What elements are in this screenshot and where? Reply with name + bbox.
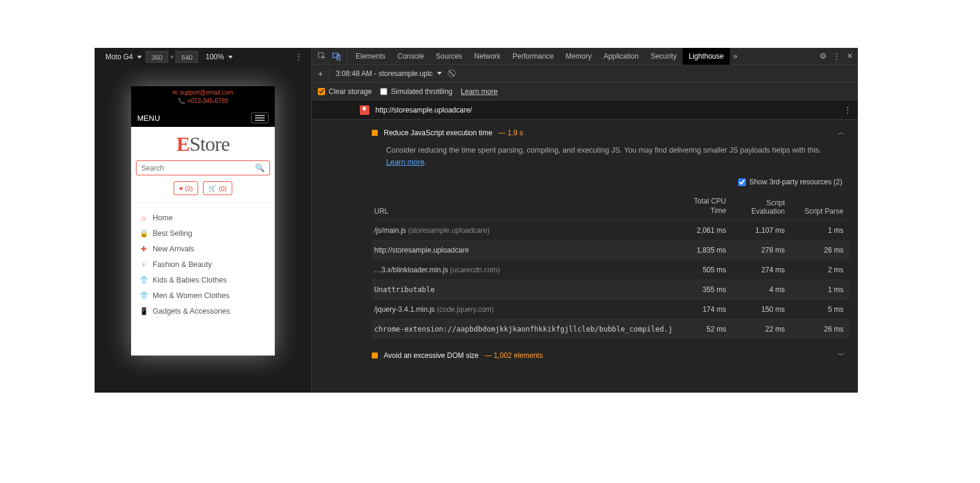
tab-lighthouse[interactable]: Lighthouse xyxy=(682,48,730,65)
audit-dom-size[interactable]: Avoid an excessive DOM size — 1,002 elem… xyxy=(372,347,849,363)
cell-parse: 26 ms xyxy=(791,241,849,260)
js-execution-table: URL Total CPU Time Script Evaluation Scr… xyxy=(372,192,849,339)
cell-url: …3.x/blinkloader.min.js (ucarecdn.com) xyxy=(372,260,673,280)
tab-security[interactable]: Security xyxy=(645,48,682,65)
cell-parse: 26 ms xyxy=(791,320,849,339)
cell-parse: 5 ms xyxy=(791,300,849,320)
sim-throttling-check[interactable]: Simulated throttling xyxy=(380,87,453,96)
zoom-value: 100% xyxy=(205,53,224,61)
tab-performance[interactable]: Performance xyxy=(506,48,560,65)
search-input[interactable] xyxy=(141,164,255,172)
device-width-input[interactable]: 360 xyxy=(145,51,168,63)
chevron-down-icon[interactable]: ﹀ xyxy=(838,350,849,360)
new-report-icon[interactable]: + xyxy=(318,68,323,78)
audit-header[interactable]: Reduce JavaScript execution time — 1.9 s… xyxy=(372,124,849,141)
table-row[interactable]: chrome-extension://aapbdbdomjkkjkaonfhkk… xyxy=(372,320,849,339)
favorites-button[interactable]: ♥ (0) xyxy=(174,181,198,195)
device-name: Moto G4 xyxy=(105,53,133,61)
brand-logo[interactable]: EStore xyxy=(136,133,270,156)
checkbox[interactable] xyxy=(318,88,325,95)
category-box: ⌂Home🔒Best Selling✚New Arrivals♀Fashion … xyxy=(136,202,270,319)
envelope-icon: ✉ xyxy=(172,89,177,97)
table-row[interactable]: …3.x/blinkloader.min.js (ucarecdn.com)50… xyxy=(372,260,849,280)
cell-eval: 4 ms xyxy=(732,280,791,300)
cell-cpu: 52 ms xyxy=(673,320,732,339)
tab-console[interactable]: Console xyxy=(392,48,430,65)
category-label: Gadgets & Accessories xyxy=(153,307,230,315)
tab-application[interactable]: Application xyxy=(597,48,645,65)
chevron-down-icon xyxy=(437,72,442,75)
support-email[interactable]: support@email.com xyxy=(180,89,233,97)
cell-eval: 1,107 ms xyxy=(732,221,791,241)
mobile-icon: 📱 xyxy=(139,307,148,315)
cart-icon: 🛒 xyxy=(208,184,217,192)
category-label: Men & Women Clothes xyxy=(153,291,229,300)
severity-square-icon xyxy=(372,353,378,359)
site-body: EStore 🔍 ♥ (0) 🛒 (0) xyxy=(131,127,275,356)
chevron-up-icon[interactable]: ︿ xyxy=(838,127,849,138)
cell-parse: 1 ms xyxy=(791,221,849,241)
category-item[interactable]: 📱Gadgets & Accessories xyxy=(136,303,270,319)
cell-cpu: 174 ms xyxy=(673,300,732,320)
tab-memory[interactable]: Memory xyxy=(560,48,597,65)
table-row[interactable]: Unattributable355 ms4 ms1 ms xyxy=(372,280,849,300)
zoom-select[interactable]: 100% xyxy=(205,53,233,61)
learn-more-link[interactable]: Learn more xyxy=(386,158,424,166)
category-item[interactable]: ♀Fashion & Beauty xyxy=(136,257,270,272)
cell-cpu: 1,835 ms xyxy=(673,241,732,260)
more-tabs-icon[interactable]: » xyxy=(730,52,741,60)
category-label: Fashion & Beauty xyxy=(153,260,212,269)
severity-square-icon xyxy=(372,130,378,136)
kebab-icon[interactable]: ⋮ xyxy=(833,51,841,60)
chevron-down-icon xyxy=(228,56,233,59)
category-item[interactable]: 👕Men & Women Clothes xyxy=(136,288,270,303)
devtools-pane: ElementsConsoleSourcesNetworkPerformance… xyxy=(311,48,858,393)
device-menu-icon[interactable]: ⋮ xyxy=(291,52,307,62)
device-height-input[interactable]: 640 xyxy=(175,51,198,63)
tab-sources[interactable]: Sources xyxy=(430,48,468,65)
hamburger-icon[interactable] xyxy=(251,113,269,123)
col-parse: Script Parse xyxy=(791,192,849,221)
close-icon[interactable]: ✕ xyxy=(846,51,853,60)
emulated-viewport[interactable]: ✉ support@email.com 📞 +012-345-6789 MENU xyxy=(131,86,275,356)
audit-reduce-js: Reduce JavaScript execution time — 1.9 s… xyxy=(312,120,858,369)
inspect-element-icon[interactable] xyxy=(315,50,329,63)
clear-storage-check[interactable]: Clear storage xyxy=(318,87,372,96)
col-url: URL xyxy=(372,192,673,221)
audit-area: Reduce JavaScript execution time — 1.9 s… xyxy=(312,120,858,393)
report-select[interactable]: 3:08:48 AM - storesample.uplc xyxy=(336,69,442,78)
category-item[interactable]: 🔒Best Selling xyxy=(136,226,270,241)
category-label: Best Selling xyxy=(153,229,192,238)
category-list: ⌂Home🔒Best Selling✚New Arrivals♀Fashion … xyxy=(136,210,270,319)
category-item[interactable]: ✚New Arrivals xyxy=(136,241,270,257)
category-label: Kids & Babies Clothes xyxy=(153,276,227,284)
category-item[interactable]: ⌂Home xyxy=(136,210,270,226)
cart-button[interactable]: 🛒 (0) xyxy=(203,181,232,195)
table-row[interactable]: /js/main.js (storesample.uploadcare)2,06… xyxy=(372,221,849,241)
thirdparty-toggle[interactable]: Show 3rd-party resources (2) xyxy=(372,175,849,192)
learn-more-link[interactable]: Learn more xyxy=(461,87,497,96)
thirdparty-label: Show 3rd-party resources (2) xyxy=(750,178,842,186)
checkbox[interactable] xyxy=(380,88,387,95)
devtools-window: Moto G4 360 × 640 100% ⋮ ✉ support@email… xyxy=(95,48,858,393)
report-menu-icon[interactable]: ⋮ xyxy=(844,105,852,115)
category-item[interactable]: 👕Kids & Babies Clothes xyxy=(136,272,270,288)
support-phone[interactable]: +012-345-6789 xyxy=(187,97,228,105)
device-select[interactable]: Moto G4 xyxy=(105,53,142,61)
cell-url: /js/main.js (storesample.uploadcare) xyxy=(372,221,673,241)
audit-title: Avoid an excessive DOM size xyxy=(384,351,479,360)
checkbox[interactable] xyxy=(738,178,746,186)
search-icon[interactable]: 🔍 xyxy=(255,163,265,172)
brand-rest: Store xyxy=(189,133,229,155)
fav-count: (0) xyxy=(185,185,193,192)
tab-network[interactable]: Network xyxy=(468,48,506,65)
search-box[interactable]: 🔍 xyxy=(136,160,270,175)
toggle-device-icon[interactable] xyxy=(330,50,343,63)
table-row[interactable]: /jquery-3.4.1.min.js (code.jquery.com)17… xyxy=(372,300,849,320)
table-header-row: URL Total CPU Time Script Evaluation Scr… xyxy=(372,192,849,221)
gear-icon[interactable]: ⚙ xyxy=(820,51,827,60)
sim-throttling-label: Simulated throttling xyxy=(391,87,453,96)
tab-elements[interactable]: Elements xyxy=(350,48,392,65)
clear-icon[interactable] xyxy=(448,69,456,77)
table-row[interactable]: http://storesample.uploadcare1,835 ms278… xyxy=(372,241,849,260)
